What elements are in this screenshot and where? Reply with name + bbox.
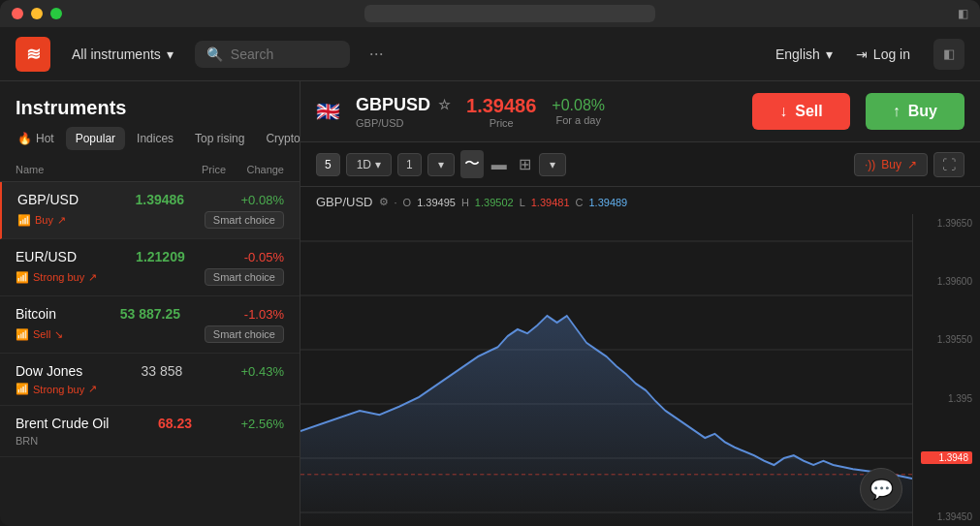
price-scale: 1.39650 1.39600 1.39550 1.395 1.3948 1.3…	[912, 214, 980, 526]
col-price-header: Price	[148, 164, 226, 175]
filter-tabs: 🔥 Hot Popular Indices Top rising Cryptoc…	[0, 127, 300, 158]
chart-separator: ·	[395, 197, 397, 208]
signal-badge-gbpusd: 📶 Buy ↗	[17, 214, 66, 227]
instrument-flag: 🇬🇧	[316, 100, 340, 123]
row-top-bitcoin: Bitcoin 53 887.25 -1.03%	[16, 306, 284, 322]
search-bar: 🔍	[195, 41, 350, 68]
ohlc-high-val: 1.39502	[475, 197, 514, 208]
ohlc-open-val: 1.39495	[417, 197, 456, 208]
tab-top-rising[interactable]: Top rising	[185, 127, 254, 150]
row-top-dowjones: Dow Jones 33 858 +0.43%	[16, 363, 284, 379]
row-bottom-eurusd: 📶 Strong buy ↗ Smart choice	[16, 268, 284, 286]
row-top-brentoil: Brent Crude Oil 68.23 +2.56%	[16, 416, 284, 431]
instrument-row-eurusd[interactable]: EUR/USD 1.21209 -0.05% 📶 Strong buy ↗ Sm…	[0, 239, 300, 296]
fullscreen-button[interactable]: ⛶	[933, 152, 964, 177]
bar-chart-icon[interactable]: ⊞	[515, 151, 535, 177]
titlebar-url-bar	[364, 5, 655, 22]
interval-dropdown[interactable]: ▾	[427, 153, 455, 176]
login-label: Log in	[873, 46, 910, 62]
search-input[interactable]	[231, 46, 328, 62]
period-dropdown[interactable]: 1D ▾	[346, 153, 392, 176]
content-area: Instruments 🔥 Hot Popular Indices Top ri…	[0, 81, 980, 526]
maximize-dot[interactable]	[50, 8, 62, 19]
language-selector[interactable]: English ▾	[775, 46, 833, 62]
tab-indices[interactable]: Indices	[127, 127, 183, 150]
time-value-button[interactable]: 5	[316, 153, 340, 176]
chart-more-dropdown[interactable]: ▾	[539, 153, 566, 176]
buy-button[interactable]: ↑ Buy	[866, 93, 964, 130]
period-chevron-icon: ▾	[375, 158, 381, 171]
interval-chevron-icon: ▾	[438, 158, 444, 171]
instrument-name-eurusd: EUR/USD	[16, 249, 77, 264]
period-label: 1D	[357, 158, 371, 171]
smart-choice-button-bitcoin[interactable]: Smart choice	[205, 325, 284, 343]
chart-info-bar: GBP/USD ⚙ · O 1.39495 H 1.39502 L 1.3948…	[316, 195, 627, 209]
more-button[interactable]: ···	[362, 40, 392, 68]
login-button[interactable]: ⇥ Log in	[844, 41, 922, 68]
signal-wave-icon-bitcoin: 📶	[16, 328, 29, 341]
search-icon: 🔍	[206, 46, 223, 62]
minimize-dot[interactable]	[31, 8, 43, 19]
signal-arrow-eurusd: ↗	[88, 271, 97, 284]
instruments-dropdown[interactable]: All instruments ▾	[62, 41, 183, 68]
chat-icon: 💬	[869, 478, 894, 501]
interval-button[interactable]: 1	[397, 153, 422, 176]
buy-label: Buy	[908, 103, 937, 120]
instrument-name-dowjones: Dow Jones	[16, 363, 82, 379]
instrument-change-bitcoin: -1.03%	[244, 307, 284, 322]
instrument-price-dowjones: 33 858	[141, 363, 182, 379]
close-dot[interactable]	[12, 8, 23, 19]
instrument-row-brentoil[interactable]: Brent Crude Oil 68.23 +2.56% BRN	[0, 406, 300, 457]
tab-hot[interactable]: 🔥 Hot	[8, 127, 64, 150]
instrument-change-eurusd: -0.05%	[244, 250, 284, 264]
chart-toolbar: 5 1D ▾ 1 ▾ 〜 ▬ ⊞ ▾ ·)) Buy ↗	[300, 142, 980, 187]
buy-signal-button[interactable]: ·)) Buy ↗	[854, 153, 928, 176]
signal-wave-icon-dowjones: 📶	[16, 383, 29, 395]
instrument-price-bitcoin: 53 887.25	[120, 306, 180, 322]
row-bottom-dowjones: 📶 Strong buy ↗	[16, 383, 284, 395]
chat-button[interactable]: 💬	[860, 468, 902, 511]
header-change-label: For a day	[552, 114, 605, 126]
header-price-label: Price	[466, 117, 536, 129]
sidebar-toggle-button[interactable]: ◧	[933, 39, 964, 70]
instrument-price-eurusd: 1.21209	[136, 249, 185, 264]
instrument-title-block: GBPUSD ☆ GBP/USD	[356, 95, 451, 129]
navbar: ≋ All instruments ▾ 🔍 ··· English ▾ ⇥ Lo…	[0, 27, 980, 81]
instrument-row-dowjones[interactable]: Dow Jones 33 858 +0.43% 📶 Strong buy ↗	[0, 354, 300, 406]
header-change: +0.08%	[552, 97, 605, 114]
signal-badge-dowjones: 📶 Strong buy ↗	[16, 383, 97, 395]
chart-more-chevron-icon: ▾	[550, 158, 555, 171]
sidebar-toggle-icon: ◧	[943, 46, 955, 61]
chart-settings-icon[interactable]: ⚙	[379, 196, 389, 208]
instrument-name-gbpusd: GBP/USD	[17, 192, 79, 207]
row-top-gbpusd: GBP/USD 1.39486 +0.08%	[17, 192, 284, 207]
instrument-row-bitcoin[interactable]: Bitcoin 53 887.25 -1.03% 📶 Sell ↘ Smart …	[0, 296, 300, 354]
star-icon[interactable]: ☆	[438, 97, 451, 112]
titlebar-arrow: ◧	[958, 7, 968, 20]
smart-choice-button-eurusd[interactable]: Smart choice	[205, 268, 284, 286]
chart-type-icons: 〜 ▬ ⊞ ▾	[460, 150, 566, 178]
login-icon: ⇥	[856, 46, 868, 62]
row-bottom-bitcoin: 📶 Sell ↘ Smart choice	[16, 325, 284, 343]
line-chart-icon[interactable]: 〜	[460, 150, 484, 178]
instrument-name-brentoil: Brent Crude Oil	[16, 416, 109, 431]
instrument-row-gbpusd[interactable]: GBP/USD 1.39486 +0.08% 📶 Buy ↗ Smart cho…	[0, 182, 300, 239]
language-chevron-icon: ▾	[826, 46, 833, 62]
right-panel: 🇬🇧 GBPUSD ☆ GBP/USD 1.39486 Price +0.08%…	[300, 81, 980, 526]
titlebar: ◧	[0, 0, 980, 27]
smart-choice-button-gbpusd[interactable]: Smart choice	[205, 211, 284, 229]
tab-cryptocurrencies[interactable]: Cryptocurrencies	[256, 127, 300, 150]
ohlc-open-label: O	[403, 197, 412, 208]
row-bottom-gbpusd: 📶 Buy ↗ Smart choice	[17, 211, 284, 229]
instruments-title: Instruments	[0, 81, 300, 127]
header-change-block: +0.08% For a day	[552, 97, 605, 126]
app-logo: ≋	[16, 37, 50, 72]
sell-label: Sell	[795, 103, 822, 120]
candle-chart-icon[interactable]: ▬	[488, 152, 511, 177]
signal-label-gbpusd: Buy	[35, 214, 53, 226]
price-chart	[300, 214, 912, 526]
tab-popular[interactable]: Popular	[66, 127, 125, 150]
col-change-header: Change	[226, 164, 284, 175]
table-header: Name Price Change	[0, 158, 300, 182]
sell-button[interactable]: ↓ Sell	[752, 93, 849, 130]
